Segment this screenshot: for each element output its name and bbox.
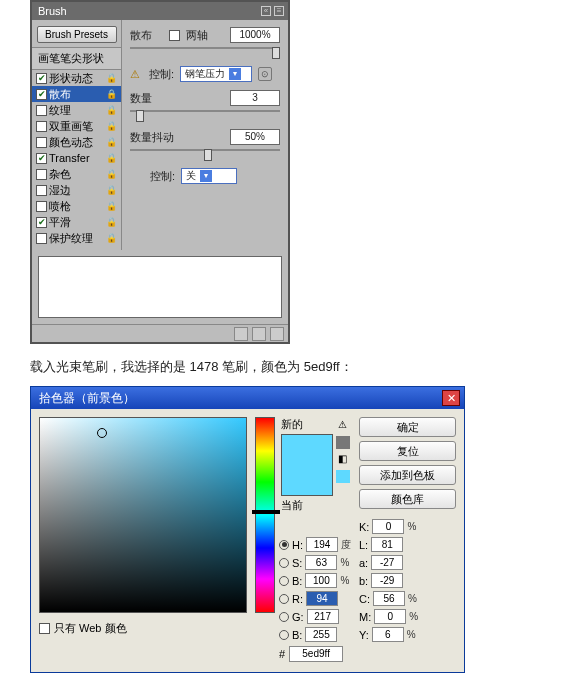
current-color-label: 当前 <box>281 498 333 513</box>
checkbox-airbrush[interactable] <box>36 201 47 212</box>
brush-panel: Brush « ≡ Brush Presets 画笔笔尖形状 形状动态🔒散布🔒纹… <box>30 0 290 344</box>
lock-icon[interactable]: 🔒 <box>105 152 117 164</box>
value-G-input[interactable]: 217 <box>307 609 339 624</box>
control2-dropdown[interactable]: 关 ▾ <box>181 168 237 184</box>
websafe-warning-icon[interactable]: ◧ <box>336 453 350 466</box>
sidebar-item-smoothing[interactable]: 平滑🔒 <box>32 214 121 230</box>
value-row-B: B:100% <box>279 573 351 588</box>
control2-label: 控制: <box>150 169 175 184</box>
value-Bb-input[interactable]: 255 <box>305 627 337 642</box>
hex-input[interactable]: 5ed9ff <box>289 646 343 662</box>
lock-icon[interactable]: 🔒 <box>105 168 117 180</box>
sidebar-item-color-dynamics[interactable]: 颜色动态🔒 <box>32 134 121 150</box>
sidebar-item-scatter[interactable]: 散布🔒 <box>32 86 121 102</box>
brush-sidebar: Brush Presets 画笔笔尖形状 形状动态🔒散布🔒纹理🔒双重画笔🔒颜色动… <box>32 20 122 250</box>
lock-icon[interactable]: 🔒 <box>105 216 117 228</box>
both-axes-checkbox[interactable] <box>169 30 180 41</box>
brush-tip-shape-header[interactable]: 画笔笔尖形状 <box>32 47 121 70</box>
lock-icon[interactable]: 🔒 <box>105 120 117 132</box>
menu-icon[interactable]: ≡ <box>274 6 284 16</box>
gamut-warning-icon[interactable]: ⚠ <box>336 419 350 432</box>
sidebar-item-wet-edges[interactable]: 湿边🔒 <box>32 182 121 198</box>
checkbox-transfer[interactable] <box>36 153 47 164</box>
add-to-swatches-button[interactable]: 添加到色板 <box>359 465 456 485</box>
radio-H[interactable] <box>279 540 289 550</box>
sidebar-item-dual-brush[interactable]: 双重画笔🔒 <box>32 118 121 134</box>
lock-icon[interactable]: 🔒 <box>105 232 117 244</box>
checkbox-dual-brush[interactable] <box>36 121 47 132</box>
collapse-icon[interactable]: « <box>261 6 271 16</box>
value-R-input[interactable]: 94 <box>306 591 338 606</box>
checkbox-protect-texture[interactable] <box>36 233 47 244</box>
gamut-swatch[interactable] <box>336 436 350 449</box>
radio-S[interactable] <box>279 558 289 568</box>
lock-icon[interactable]: 🔒 <box>105 104 117 116</box>
saturation-value-field[interactable] <box>39 417 247 613</box>
chevron-down-icon: ▾ <box>229 68 241 80</box>
lock-icon[interactable]: 🔒 <box>105 136 117 148</box>
lock-icon[interactable]: 🔒 <box>105 88 117 100</box>
scatter-slider[interactable] <box>130 47 280 59</box>
trash-icon[interactable] <box>270 327 284 341</box>
reset-button[interactable]: 复位 <box>359 441 456 461</box>
brush-panel-header[interactable]: Brush « ≡ <box>32 2 288 20</box>
radio-G[interactable] <box>279 612 289 622</box>
label-K: K: <box>359 521 369 533</box>
lock-icon[interactable]: 🔒 <box>105 184 117 196</box>
checkbox-texture[interactable] <box>36 105 47 116</box>
count-slider[interactable] <box>130 110 280 122</box>
checkbox-scatter[interactable] <box>36 89 47 100</box>
checkbox-shape-dynamics[interactable] <box>36 73 47 84</box>
lock-icon[interactable]: 🔒 <box>105 72 117 84</box>
sidebar-item-noise[interactable]: 杂色🔒 <box>32 166 121 182</box>
new-brush-icon[interactable] <box>252 327 266 341</box>
lock-icon[interactable]: 🔒 <box>105 200 117 212</box>
toggle-preview-icon[interactable] <box>234 327 248 341</box>
sidebar-item-label: 湿边 <box>49 183 71 198</box>
current-color-swatch[interactable] <box>282 465 332 495</box>
radio-Bb[interactable] <box>279 630 289 640</box>
sidebar-item-transfer[interactable]: Transfer🔒 <box>32 150 121 166</box>
scatter-value-input[interactable]: 1000% <box>230 27 280 43</box>
radio-R[interactable] <box>279 594 289 604</box>
control1-dropdown[interactable]: 钢笔压力 ▾ <box>180 66 252 82</box>
jitter-slider[interactable] <box>130 149 280 161</box>
color-libraries-button[interactable]: 颜色库 <box>359 489 456 509</box>
close-icon[interactable]: ✕ <box>442 390 460 406</box>
value-row-K: K:0% <box>359 519 456 534</box>
pen-pressure-icon[interactable]: ⊙ <box>258 67 272 81</box>
sidebar-item-label: 保护纹理 <box>49 231 93 246</box>
brush-panel-title: Brush <box>36 5 67 17</box>
value-H-input[interactable]: 194 <box>306 537 338 552</box>
color-picker-titlebar[interactable]: 拾色器（前景色） ✕ <box>31 387 464 409</box>
sidebar-item-protect-texture[interactable]: 保护纹理🔒 <box>32 230 121 246</box>
sidebar-item-airbrush[interactable]: 喷枪🔒 <box>32 198 121 214</box>
ok-button[interactable]: 确定 <box>359 417 456 437</box>
color-picker-title: 拾色器（前景色） <box>39 390 135 407</box>
count-value-input[interactable]: 3 <box>230 90 280 106</box>
sidebar-item-shape-dynamics[interactable]: 形状动态🔒 <box>32 70 121 86</box>
sidebar-item-label: 纹理 <box>49 103 71 118</box>
new-color-label: 新的 <box>281 417 333 432</box>
value-B-input[interactable]: 100 <box>305 573 337 588</box>
jitter-label: 数量抖动 <box>130 130 174 145</box>
jitter-value-input[interactable]: 50% <box>230 129 280 145</box>
checkbox-color-dynamics[interactable] <box>36 137 47 148</box>
radio-B[interactable] <box>279 576 289 586</box>
hue-slider[interactable] <box>255 417 275 613</box>
websafe-swatch[interactable] <box>336 470 350 483</box>
value-S-input[interactable]: 63 <box>305 555 337 570</box>
brush-footer <box>32 324 288 342</box>
checkbox-wet-edges[interactable] <box>36 185 47 196</box>
brush-presets-button[interactable]: Brush Presets <box>37 26 117 43</box>
value-K-input[interactable]: 0 <box>372 519 404 534</box>
web-only-checkbox[interactable] <box>39 623 50 634</box>
checkbox-smoothing[interactable] <box>36 217 47 228</box>
label-B: B: <box>292 575 302 587</box>
warning-icon: ⚠ <box>130 68 143 81</box>
control2-value: 关 <box>186 169 196 183</box>
sidebar-item-texture[interactable]: 纹理🔒 <box>32 102 121 118</box>
new-color-swatch <box>282 435 332 465</box>
checkbox-noise[interactable] <box>36 169 47 180</box>
unit-B: % <box>340 575 349 586</box>
